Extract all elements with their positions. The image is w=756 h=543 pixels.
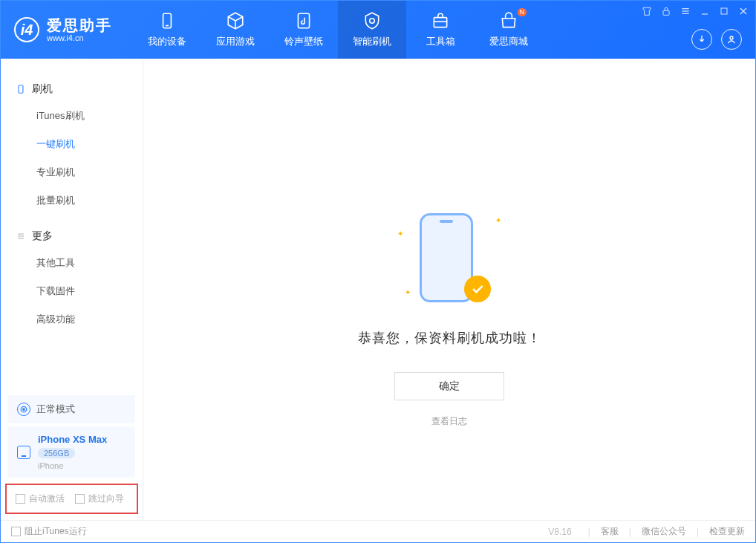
logo-text: 爱思助手 www.i4.cn: [47, 17, 112, 42]
separator: |: [697, 527, 699, 537]
iphone-icon: [17, 446, 30, 459]
mode-icon: [17, 403, 30, 416]
sidebar-item-download-fw[interactable]: 下载固件: [1, 277, 143, 305]
close-icon[interactable]: [737, 5, 749, 17]
tab-my-device[interactable]: 我的设备: [133, 1, 201, 59]
tab-label: 我的设备: [148, 35, 186, 48]
svg-rect-10: [721, 8, 727, 14]
music-file-icon: [294, 11, 313, 30]
sidebar-item-pro-flash[interactable]: 专业刷机: [1, 158, 143, 186]
app-title: 爱思助手: [47, 17, 112, 33]
group-title-text: 刷机: [32, 82, 53, 96]
logo-area: i4 爱思助手 www.i4.cn: [1, 17, 126, 42]
maximize-icon[interactable]: [718, 5, 730, 17]
footer-bar: 阻止iTunes运行 V8.16 | 客服 | 微信公众号 | 检查更新: [1, 520, 755, 542]
body-area: 刷机 iTunes刷机 一键刷机 专业刷机 批量刷机 更多 其他工具 下载固件 …: [1, 59, 755, 520]
options-row: 自动激活 跳过向导: [5, 484, 138, 514]
svg-rect-14: [19, 85, 23, 94]
sidebar-group-flash: 刷机 iTunes刷机 一键刷机 专业刷机 批量刷机: [1, 72, 143, 219]
sidebar-group-more: 更多 其他工具 下载固件 高级功能: [1, 219, 143, 338]
store-icon: [499, 11, 518, 30]
sparkle-icon: ✦: [405, 288, 411, 296]
sidebar-item-batch-flash[interactable]: 批量刷机: [1, 186, 143, 215]
menu-icon[interactable]: [680, 5, 691, 17]
sidebar-bottom: 正常模式 iPhone XS Max 256GB iPhone 自动激活 跳过向…: [1, 392, 143, 520]
separator: |: [629, 527, 631, 537]
sidebar-group-title: 更多: [1, 224, 143, 249]
list-icon: [16, 231, 26, 241]
minimize-icon[interactable]: [699, 5, 711, 17]
tab-smart-flash[interactable]: 智能刷机: [338, 1, 406, 59]
device-info-inner: iPhone XS Max 256GB iPhone: [38, 434, 107, 470]
checkbox-box-icon: [11, 527, 21, 536]
sparkle-icon: ✦: [495, 216, 501, 224]
tab-label: 爱思商城: [489, 35, 528, 48]
footer-link-wechat[interactable]: 微信公众号: [642, 525, 686, 538]
toolbox-icon: [431, 11, 450, 30]
mode-label: 正常模式: [36, 403, 75, 416]
group-title-text: 更多: [32, 230, 53, 243]
tab-label: 铃声壁纸: [284, 35, 323, 48]
checkmark-badge-icon: [464, 276, 491, 302]
view-log-link[interactable]: 查看日志: [431, 415, 467, 428]
lock-icon[interactable]: [660, 5, 672, 17]
checkbox-label: 自动激活: [29, 492, 65, 505]
device-capacity: 256GB: [38, 448, 75, 458]
sidebar-item-other-tools[interactable]: 其他工具: [1, 249, 143, 277]
success-message: 恭喜您，保资料刷机成功啦！: [358, 329, 541, 347]
header-right-buttons: [691, 29, 742, 50]
sparkle-icon: ✦: [397, 230, 403, 238]
svg-point-13: [730, 36, 733, 39]
app-subtitle: www.i4.cn: [47, 33, 112, 42]
svg-rect-5: [663, 10, 669, 15]
account-button[interactable]: [721, 29, 742, 50]
download-icon: [696, 33, 708, 45]
device-mode-box[interactable]: 正常模式: [8, 395, 135, 423]
sidebar: 刷机 iTunes刷机 一键刷机 专业刷机 批量刷机 更多 其他工具 下载固件 …: [1, 59, 143, 520]
window-controls: [641, 5, 749, 17]
checkbox-block-itunes[interactable]: 阻止iTunes运行: [11, 525, 87, 538]
ok-button[interactable]: 确定: [394, 372, 504, 400]
tab-label: 工具箱: [426, 35, 455, 48]
svg-rect-3: [434, 18, 446, 27]
footer-link-support[interactable]: 客服: [601, 525, 619, 538]
footer-link-update[interactable]: 检查更新: [709, 525, 745, 538]
refresh-shield-icon: [362, 11, 382, 30]
sidebar-group-title: 刷机: [1, 77, 143, 102]
tab-apps-games[interactable]: 应用游戏: [201, 1, 270, 59]
phone-outline-icon: [16, 84, 26, 94]
footer-right: V8.16 | 客服 | 微信公众号 | 检查更新: [548, 525, 745, 538]
sidebar-item-itunes-flash[interactable]: iTunes刷机: [1, 102, 143, 130]
cube-icon: [226, 11, 245, 30]
logo-icon: i4: [14, 17, 39, 42]
app-header: i4 爱思助手 www.i4.cn 我的设备 应用游戏 铃声壁纸 智能刷机 工具…: [1, 1, 755, 59]
checkbox-skip-guide[interactable]: 跳过向导: [75, 492, 124, 505]
checkbox-box-icon: [16, 494, 25, 504]
device-info-box[interactable]: iPhone XS Max 256GB iPhone: [8, 426, 135, 478]
nav-tabs: 我的设备 应用游戏 铃声壁纸 智能刷机 工具箱 N 爱思商城: [133, 1, 543, 59]
checkbox-label: 阻止iTunes运行: [25, 525, 87, 538]
svg-point-18: [23, 409, 25, 411]
main-content: ✦ ✦ ✦ 恭喜您，保资料刷机成功啦！ 确定 查看日志: [143, 59, 755, 520]
checkbox-auto-activate[interactable]: 自动激活: [16, 492, 65, 505]
download-button[interactable]: [691, 29, 712, 50]
device-type: iPhone: [38, 461, 107, 470]
device-name: iPhone XS Max: [38, 434, 107, 445]
new-badge-icon: N: [518, 8, 527, 16]
separator: |: [588, 527, 590, 537]
tab-ringtones-wallpapers[interactable]: 铃声壁纸: [270, 1, 338, 59]
checkbox-label: 跳过向导: [88, 492, 124, 505]
tab-label: 应用游戏: [216, 35, 255, 48]
version-label: V8.16: [548, 527, 571, 537]
sidebar-item-advanced[interactable]: 高级功能: [1, 305, 143, 334]
tab-toolbox[interactable]: 工具箱: [406, 1, 475, 59]
sidebar-item-onekey-flash[interactable]: 一键刷机: [1, 130, 143, 158]
success-illustration: ✦ ✦ ✦: [397, 207, 501, 319]
tab-store[interactable]: N 爱思商城: [475, 1, 543, 59]
tab-label: 智能刷机: [353, 35, 391, 48]
shirt-icon[interactable]: [641, 5, 653, 17]
user-icon: [726, 33, 737, 45]
device-icon: [157, 11, 177, 30]
svg-rect-2: [298, 13, 309, 28]
checkbox-box-icon: [75, 494, 85, 504]
